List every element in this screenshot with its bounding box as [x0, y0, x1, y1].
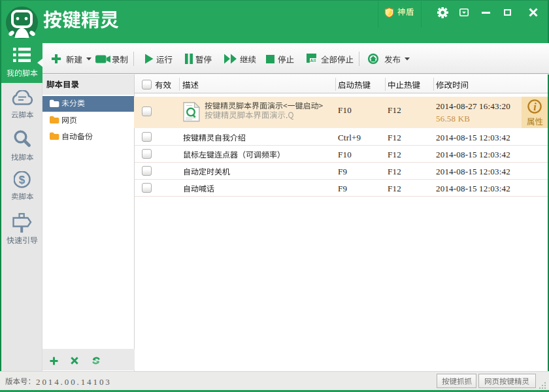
- svg-text:i: i: [533, 101, 537, 112]
- svg-text:$: $: [19, 174, 25, 186]
